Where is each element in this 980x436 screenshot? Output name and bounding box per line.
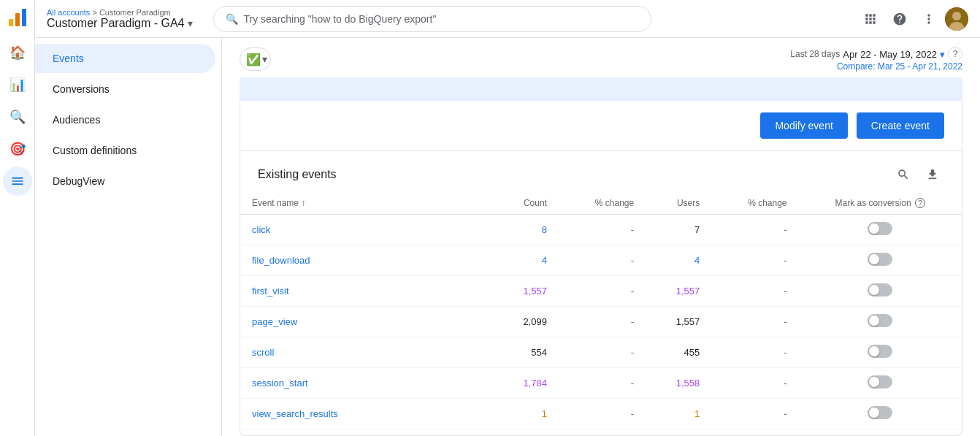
conversion-toggle[interactable]: [868, 375, 892, 389]
users-cell: 4: [646, 245, 711, 276]
event-name-link[interactable]: view_search_results: [252, 408, 338, 419]
count-change-cell: -: [559, 368, 646, 399]
sidebar-item-custom-definitions[interactable]: Custom definitions: [35, 136, 215, 165]
advertising-icon[interactable]: 🎯: [3, 134, 32, 164]
users-change-cell: -: [711, 399, 798, 429]
conversion-toggle[interactable]: [868, 345, 892, 358]
event-name-link[interactable]: click: [252, 224, 270, 235]
table-row: click 8 - 7 -: [240, 215, 962, 245]
breadcrumb: All accounts > Customer Paradigm: [47, 8, 193, 17]
col-count-change: % change: [559, 192, 646, 215]
help-icon[interactable]: [887, 6, 913, 32]
download-icon[interactable]: [921, 163, 944, 186]
filter-chip[interactable]: ✅ ▾: [240, 47, 271, 71]
app-logo[interactable]: [6, 6, 29, 29]
conversion-toggle[interactable]: [868, 283, 892, 297]
account-name: Customer Paradigm - GA4: [47, 17, 185, 30]
sidebar-debugview-label: DebugView: [53, 175, 104, 187]
count-cell: 1,557: [493, 276, 559, 307]
events-panel: Modify event Create event Existing event…: [240, 101, 962, 436]
event-name-link[interactable]: session_start: [252, 378, 308, 389]
event-name-cell: scroll: [240, 337, 493, 368]
table-row: page_view 2,099 - 1,557 -: [240, 307, 962, 337]
event-name-cell: click: [240, 215, 493, 245]
home-icon[interactable]: 🏠: [3, 38, 32, 67]
create-event-button[interactable]: Create event: [857, 112, 944, 139]
search-bar[interactable]: 🔍 Try searching "how to do BigQuery expo…: [213, 6, 651, 32]
sidebar-nav: Events Conversions Audiences Custom defi…: [35, 38, 222, 436]
events-table: Event name ↑ Count % change Users % chan…: [240, 192, 962, 429]
users-cell: 1: [646, 399, 711, 429]
event-name-cell: session_start: [240, 368, 493, 399]
date-dropdown-icon[interactable]: ▾: [940, 49, 945, 60]
col-users-change: % change: [711, 192, 798, 215]
event-name-link[interactable]: scroll: [252, 347, 274, 358]
table-row: first_visit 1,557 - 1,557 -: [240, 276, 962, 307]
sidebar-item-audiences[interactable]: Audiences: [35, 105, 215, 134]
table-row: view_search_results 1 - 1 -: [240, 399, 962, 429]
count-cell: 554: [493, 337, 559, 368]
search-table-icon[interactable]: [892, 163, 915, 186]
users-cell: 1,557: [646, 276, 711, 307]
sort-asc-icon[interactable]: ↑: [301, 198, 305, 208]
count-cell: 1,784: [493, 368, 559, 399]
users-change-cell: -: [711, 368, 798, 399]
toggle-cell: [799, 337, 962, 368]
breadcrumb-sep: >: [92, 8, 96, 17]
count-change-cell: -: [559, 399, 646, 429]
conversion-toggle[interactable]: [868, 253, 892, 266]
svg-rect-1: [15, 13, 20, 26]
breadcrumb-account: Customer Paradigm: [99, 8, 171, 17]
count-change-cell: -: [559, 307, 646, 337]
toggle-cell: [799, 368, 962, 399]
table-row: file_download 4 - 4 -: [240, 245, 962, 276]
users-cell: 7: [646, 215, 711, 245]
count-change-cell: -: [559, 276, 646, 307]
date-controls: ✅ ▾: [240, 47, 271, 71]
users-cell: 455: [646, 337, 711, 368]
sidebar-item-conversions[interactable]: Conversions: [35, 74, 215, 104]
sidebar-events-label: Events: [53, 53, 84, 64]
configure-icon[interactable]: [3, 167, 32, 196]
event-name-cell: page_view: [240, 307, 493, 337]
apps-icon[interactable]: [857, 6, 884, 32]
breadcrumb-all[interactable]: All accounts: [47, 8, 90, 17]
col-users: Users: [646, 192, 711, 215]
conversion-toggle[interactable]: [868, 222, 892, 235]
date-primary[interactable]: Apr 22 - May 19, 2022: [843, 49, 937, 60]
conversion-toggle[interactable]: [868, 406, 892, 419]
main-container: All accounts > Customer Paradigm Custome…: [35, 0, 980, 436]
date-range-primary: Last 28 days Apr 22 - May 19, 2022 ▾ ?: [790, 47, 962, 61]
count-change-cell: -: [559, 245, 646, 276]
more-vert-icon[interactable]: [916, 6, 942, 32]
event-name-link[interactable]: first_visit: [252, 286, 289, 297]
table-actions: [892, 163, 944, 186]
toggle-cell: [799, 399, 962, 429]
event-name-link[interactable]: file_download: [252, 255, 310, 266]
sidebar-item-debugview[interactable]: DebugView: [35, 167, 215, 196]
date-help-icon[interactable]: ?: [948, 47, 962, 61]
modify-event-button[interactable]: Modify event: [760, 112, 847, 139]
event-name-link[interactable]: page_view: [252, 316, 297, 327]
svg-rect-2: [22, 9, 26, 26]
table-row: session_start 1,784 - 1,558 -: [240, 368, 962, 399]
top-header: All accounts > Customer Paradigm Custome…: [35, 0, 980, 38]
sidebar-conversions-label: Conversions: [53, 83, 110, 95]
account-selector[interactable]: Customer Paradigm - GA4 ▾: [47, 17, 193, 30]
table-title: Existing events: [258, 168, 337, 181]
svg-point-4: [952, 12, 961, 20]
avatar[interactable]: [945, 7, 968, 31]
table-row: scroll 554 - 455 -: [240, 337, 962, 368]
count-cell: 1: [493, 399, 559, 429]
reports-icon[interactable]: 📊: [3, 70, 32, 99]
users-change-cell: -: [711, 276, 798, 307]
conversion-toggle[interactable]: [868, 314, 892, 327]
sidebar-item-events[interactable]: Events: [35, 44, 215, 73]
date-range-info: Last 28 days Apr 22 - May 19, 2022 ▾ ? C…: [790, 47, 962, 72]
explore-icon[interactable]: 🔍: [3, 102, 32, 131]
date-range-compare[interactable]: Compare: Mar 25 - Apr 21, 2022: [790, 61, 962, 72]
users-cell: 1,558: [646, 368, 711, 399]
content-area: Events Conversions Audiences Custom defi…: [35, 38, 980, 436]
mark-conversion-help-icon[interactable]: ?: [915, 198, 925, 208]
event-name-cell: view_search_results: [240, 399, 493, 429]
